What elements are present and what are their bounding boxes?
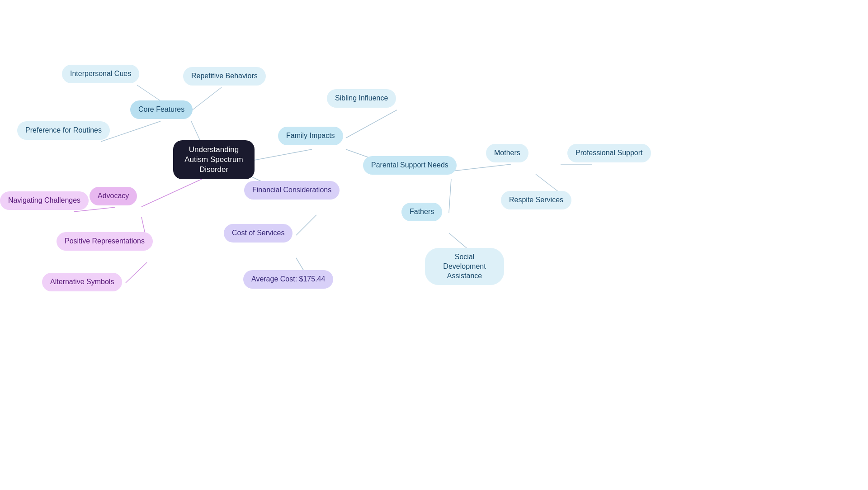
alternative-symbols-node: Alternative Symbols [42,273,122,291]
svg-line-2 [191,87,222,111]
svg-line-10 [449,179,451,213]
svg-line-5 [346,110,397,138]
sibling-influence-node: Sibling Influence [327,89,396,108]
social-development-assistance-node: Social Development Assistance [425,248,504,285]
family-impacts-node: Family Impacts [278,127,343,145]
respite-services-node: Respite Services [501,191,571,209]
positive-representations-node: Positive Representations [57,232,153,251]
financial-considerations-node: Financial Considerations [244,181,340,200]
fathers-node: Fathers [401,203,442,221]
parental-support-needs-node: Parental Support Needs [363,156,457,175]
average-cost-node: Average Cost: $175.44 [243,270,333,289]
cost-of-services-node: Cost of Services [224,224,292,243]
svg-line-13 [296,215,316,235]
svg-line-7 [452,164,511,171]
professional-support-node: Professional Support [567,144,651,162]
center-node: Understanding Autism Spectrum Disorder [173,140,255,179]
svg-line-18 [126,262,147,283]
interpersonal-cues-node: Interpersonal Cues [62,65,139,83]
core-features-node: Core Features [130,100,193,119]
mothers-node: Mothers [486,144,528,162]
navigating-challenges-node: Navigating Challenges [0,191,89,210]
preference-for-routines-node: Preference for Routines [17,121,110,140]
svg-line-4 [252,149,312,161]
advocacy-node: Advocacy [90,187,137,205]
repetitive-behaviors-node: Repetitive Behaviors [183,67,266,86]
